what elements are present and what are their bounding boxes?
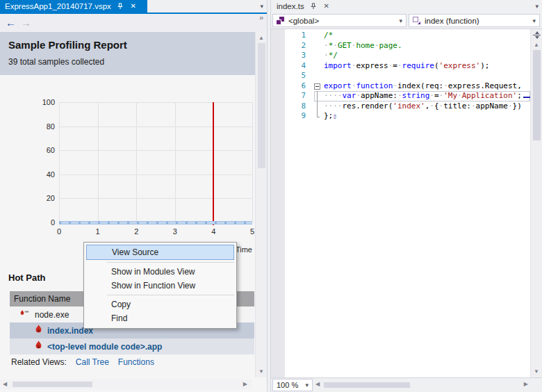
scrollbar-thumb[interactable]: [324, 382, 410, 388]
pin-icon[interactable]: [309, 2, 318, 10]
back-icon[interactable]: ←: [6, 17, 16, 28]
scroll-up-icon[interactable]: ▲: [256, 35, 267, 41]
flame-icon: [35, 341, 42, 352]
x-axis-tick-label: 4: [205, 227, 222, 236]
scroll-left-icon[interactable]: ◀: [3, 381, 7, 387]
report-toolbar: ← → ››: [0, 14, 267, 32]
forward-icon: →: [21, 17, 31, 28]
menu-item-show-in-modules-view[interactable]: Show in Modules View: [84, 265, 236, 279]
fold-margin: [314, 41, 324, 51]
member-dropdown[interactable]: index (function) ▾: [409, 14, 540, 27]
code-line[interactable]: 4import·express·=·require('express');: [285, 61, 530, 72]
x-axis-tick-label: 0: [51, 227, 67, 236]
report-header: Sample Profiling Report 39 total samples…: [0, 32, 255, 75]
pin-icon[interactable]: [116, 2, 124, 10]
code-line[interactable]: 8····res.render('index',·{·title:·appNam…: [285, 101, 530, 112]
caret-indicator: [523, 97, 530, 98]
code-line[interactable]: 9};▯: [285, 111, 530, 122]
related-views: Related Views: Call Tree Functions: [11, 357, 154, 367]
menu-item-copy[interactable]: Copy: [84, 297, 236, 311]
menu-separator: [107, 262, 234, 263]
x-axis-tick-label: 2: [128, 227, 145, 236]
text-editor[interactable]: 1/*2·*·GET·home·page.3·*/4import·express…: [271, 29, 542, 377]
tab-vspx-report[interactable]: ExpressApp1_20140717.vspx ✕: [0, 0, 147, 13]
gridline: [98, 102, 99, 222]
code-line[interactable]: 3·*/: [285, 51, 530, 61]
fold-margin: [314, 91, 324, 101]
code-line[interactable]: 6export·function·index(req:·express.Requ…: [285, 81, 530, 92]
chevron-down-icon[interactable]: ▾: [260, 3, 263, 10]
fold-collapse-icon[interactable]: [314, 81, 324, 92]
gridline: [59, 198, 252, 199]
chevron-down-icon: ▾: [532, 17, 536, 24]
x-axis-tick-label: 1: [90, 227, 106, 236]
table-row[interactable]: <top-level module code>.app: [10, 338, 254, 354]
fold-margin: [314, 101, 324, 112]
close-icon[interactable]: ✕: [322, 2, 331, 10]
code-text: ····var·appName:·string·=·'My·Applicatio…: [324, 91, 530, 101]
code-text: ····res.render('index',·{·title:·appName…: [324, 101, 522, 112]
scope-dropdown[interactable]: <global> ▾: [272, 14, 406, 27]
gridline: [59, 102, 252, 103]
cpu-baseline-series: [59, 221, 252, 224]
editor-navigation-bar: <global> ▾ index (function) ▾: [271, 13, 542, 29]
function-name-link[interactable]: <top-level module code>.app: [47, 342, 162, 352]
scrollbar-thumb[interactable]: [13, 382, 92, 387]
scroll-left-icon[interactable]: ◀: [315, 381, 320, 387]
gridline: [136, 102, 137, 222]
chevron-down-icon: ▾: [399, 17, 402, 24]
gridline: [59, 150, 252, 151]
code-line[interactable]: 5: [285, 71, 530, 81]
scroll-right-icon[interactable]: ▶: [243, 381, 247, 387]
menu-item-view-source[interactable]: View Source: [86, 245, 234, 260]
gridline: [59, 174, 252, 175]
menu-separator: [107, 295, 234, 295]
functions-link[interactable]: Functions: [118, 357, 154, 367]
page-title: Sample Profiling Report: [8, 39, 247, 51]
scroll-down-icon[interactable]: ▼: [531, 368, 542, 375]
scroll-down-icon[interactable]: ▼: [256, 368, 267, 375]
scrollbar-thumb[interactable]: [258, 43, 265, 168]
y-axis-tick-label: 60: [35, 146, 55, 154]
code-text: export·function·index(req:·express.Reque…: [324, 81, 522, 92]
toolbar-overflow-icon[interactable]: ››: [259, 14, 263, 22]
code-line[interactable]: 7····var·appName:·string·=·'My·Applicati…: [285, 91, 530, 101]
tab-index-ts[interactable]: index.ts ✕: [271, 0, 336, 13]
code-text: /*: [324, 31, 333, 41]
gridline: [252, 102, 253, 222]
line-number: 2: [285, 41, 314, 51]
scroll-up-icon[interactable]: ▲: [531, 42, 542, 48]
gridline: [175, 102, 176, 222]
y-axis-tick-label: 80: [35, 122, 55, 131]
code-text: ·*/: [324, 51, 338, 61]
y-axis-tick-label: 100: [35, 98, 55, 106]
scroll-right-icon[interactable]: ▶: [524, 381, 528, 387]
hot-path-title: Hot Path: [8, 272, 45, 283]
call-tree-link[interactable]: Call Tree: [76, 357, 109, 367]
line-number: 3: [285, 51, 314, 61]
zoom-level-dropdown[interactable]: 100 % ▾: [272, 379, 313, 391]
horizontal-scrollbar[interactable]: ◀ ▶: [0, 379, 252, 389]
vertical-scrollbar[interactable]: ▲ ▼: [530, 29, 542, 377]
scope-dropdown-value: <global>: [288, 17, 319, 25]
vertical-scrollbar[interactable]: ▲ ▼: [255, 32, 267, 377]
line-number: 7: [285, 91, 314, 101]
code-line[interactable]: 1/*: [285, 31, 530, 41]
tab-title: index.ts: [277, 2, 304, 10]
code-area[interactable]: 1/*2·*·GET·home·page.3·*/4import·express…: [285, 31, 530, 122]
splitter-grip-icon[interactable]: [532, 31, 541, 40]
breakpoint-margin[interactable]: [271, 29, 285, 377]
gridline: [59, 126, 252, 127]
report-content: 020406080100012345Time Hot Path Function…: [0, 75, 255, 377]
scrollbar-thumb[interactable]: [533, 50, 541, 140]
horizontal-scrollbar[interactable]: ◀ ▶: [315, 379, 528, 391]
menu-item-find[interactable]: Find: [84, 311, 236, 325]
menu-item-show-in-function-view[interactable]: Show in Function View: [84, 279, 236, 293]
function-name: node.exe: [35, 310, 69, 320]
chevron-down-icon[interactable]: ▾: [535, 3, 539, 10]
y-axis-tick-label: 0: [35, 218, 55, 227]
fold-margin: [314, 61, 324, 72]
close-icon[interactable]: ✕: [129, 2, 138, 10]
code-line[interactable]: 2·*·GET·home·page.: [285, 41, 530, 51]
gridline: [59, 102, 60, 222]
